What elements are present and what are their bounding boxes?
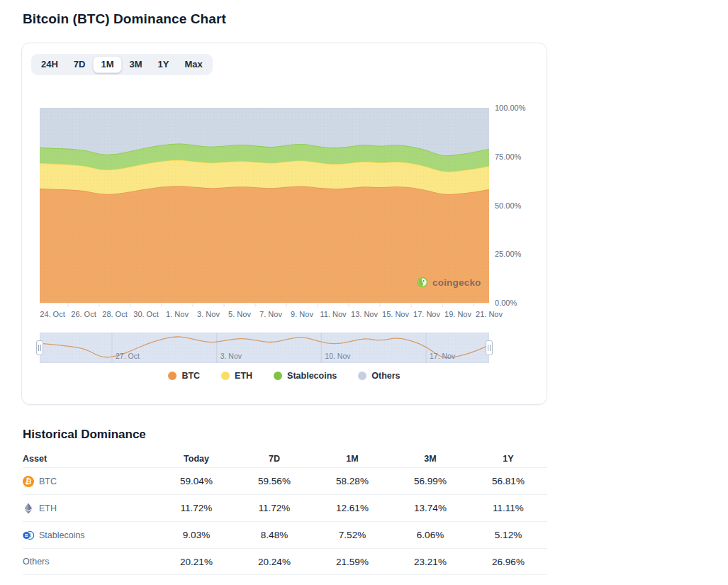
asset-name: ETH [39,503,57,513]
y-axis-label: 50.00% [495,201,534,211]
timeframe-max-button[interactable]: Max [177,56,211,73]
dominance-value: 11.11% [469,503,547,513]
stablecoins-legend-dot-icon [274,372,282,380]
eth-coin-icon [23,503,34,514]
navigator-handle-right[interactable] [486,340,493,355]
table-header-row: AssetToday7D1M3M1Y [23,450,547,467]
watermark: coingecko [417,277,481,288]
dominance-value: 20.24% [235,557,313,567]
dominance-value: 6.06% [391,530,469,540]
dominance-value: 56.99% [391,476,469,486]
timeframe-selector: 24H7D1M3M1YMax [31,54,213,75]
others-legend-dot-icon [358,372,366,380]
asset-cell: ₿BTC [23,476,157,487]
coingecko-gecko-icon [417,277,428,288]
legend-item-others[interactable]: Others [358,371,400,381]
dominance-value: 59.56% [235,476,313,486]
legend-label: BTC [181,371,200,381]
dominance-value: 26.96% [469,557,547,567]
watermark-label: coingecko [432,277,481,288]
timeframe-3m-button[interactable]: 3M [122,56,150,73]
asset-cell: Others [23,557,157,567]
chart-legend: BTCETHStablecoinsOthers [21,371,547,381]
navigator-date-label: 17. Nov [430,352,455,360]
dominance-value: 56.81% [469,476,547,486]
timeframe-1m-button[interactable]: 1M [93,56,121,73]
table-row-others: Others20.21%20.24%21.59%23.21%26.96% [23,548,547,575]
table-row-eth: ETH11.72%11.72%12.61%13.74%11.11% [23,494,547,521]
y-axis-label: 25.00% [495,249,534,259]
dominance-value: 23.21% [391,557,469,567]
legend-label: Stablecoins [287,371,337,381]
y-axis-label: 75.00% [495,152,534,162]
dominance-value: 8.48% [235,530,313,540]
dominance-value: 13.74% [391,503,469,513]
table-row-stablecoins: Stablecoins9.03%8.48%7.52%6.06%5.12% [23,521,547,548]
legend-item-stablecoins[interactable]: Stablecoins [274,371,337,381]
timeframe-1y-button[interactable]: 1Y [150,56,177,73]
asset-name: Others [23,557,50,567]
asset-name: BTC [39,477,57,486]
navigator-date-label: 27. Oct [116,352,140,360]
table-row-btc: ₿BTC59.04%59.56%58.28%56.99%56.81% [23,467,547,494]
dominance-value: 7.52% [313,530,391,540]
column-header-1m: 1M [313,454,391,464]
column-header-1y: 1Y [469,454,547,464]
page-title: Bitcoin (BTC) Dominance Chart [23,11,226,27]
timeframe-24h-button[interactable]: 24H [33,56,66,73]
x-axis-label: 21. Nov [468,310,510,318]
dominance-value: 9.03% [157,530,235,540]
asset-cell: Stablecoins [23,530,157,541]
dominance-value: 12.61% [313,503,391,513]
navigator-handle-left[interactable] [36,340,43,355]
legend-label: ETH [235,371,252,381]
legend-item-btc[interactable]: BTC [168,371,200,381]
dominance-value: 21.59% [313,557,391,567]
column-header-asset: Asset [23,454,157,464]
dominance-value: 5.12% [469,530,547,540]
navigator-date-label: 3. Nov [220,352,242,360]
eth-legend-dot-icon [221,372,230,380]
asset-name: Stablecoins [39,530,85,540]
asset-cell: ETH [23,503,157,514]
timeframe-7d-button[interactable]: 7D [66,56,94,73]
column-header-7d: 7D [235,454,313,464]
btc-coin-icon: ₿ [22,474,35,488]
dominance-value: 11.72% [235,503,313,513]
column-header-3m: 3M [391,454,469,464]
dominance-value: 11.72% [157,503,235,513]
dominance-value: 58.28% [313,476,391,486]
navigator-date-label: 10. Nov [325,352,350,360]
legend-item-eth[interactable]: ETH [221,371,252,381]
historical-dominance-table: AssetToday7D1M3M1Y₿BTC59.04%59.56%58.28%… [23,450,547,575]
y-axis-label: 100.00% [495,103,534,113]
historical-dominance-title: Historical Dominance [23,428,146,442]
column-header-today: Today [157,454,235,464]
chart-navigator[interactable] [40,333,489,363]
btc-dominance-page: Bitcoin (BTC) Dominance Chart 24H7D1M3M1… [0,0,728,585]
dominance-value: 59.04% [157,476,235,486]
stablecoins-icon [23,530,34,541]
legend-label: Others [371,371,400,381]
y-axis-label: 0.00% [495,298,534,308]
dominance-value: 20.21% [157,557,235,567]
btc-legend-dot-icon [168,372,177,380]
